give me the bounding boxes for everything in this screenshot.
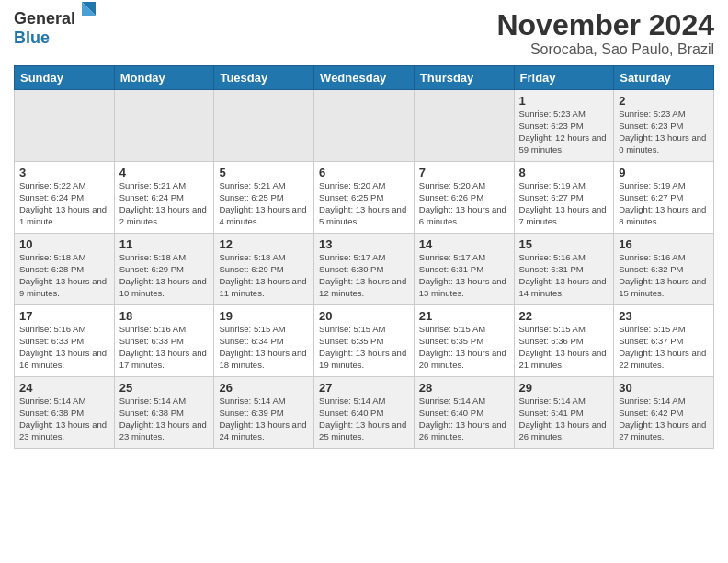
calendar-cell: 16Sunrise: 5:16 AMSunset: 6:32 PMDayligh… (614, 234, 714, 305)
calendar-cell (314, 90, 415, 162)
calendar-cell: 15Sunrise: 5:16 AMSunset: 6:31 PMDayligh… (514, 234, 614, 305)
month-title: November 2024 (496, 9, 714, 41)
calendar-cell: 22Sunrise: 5:15 AMSunset: 6:36 PMDayligh… (514, 305, 614, 377)
header-tuesday: Tuesday (214, 66, 314, 90)
calendar-cell: 29Sunrise: 5:14 AMSunset: 6:41 PMDayligh… (514, 377, 614, 449)
calendar-cell: 14Sunrise: 5:17 AMSunset: 6:31 PMDayligh… (414, 234, 514, 305)
header: General Blue November 2024 Sorocaba, Sao… (14, 9, 714, 58)
logo: General Blue (14, 9, 75, 48)
calendar-cell: 1Sunrise: 5:23 AMSunset: 6:23 PMDaylight… (514, 90, 614, 162)
calendar-cell: 30Sunrise: 5:14 AMSunset: 6:42 PMDayligh… (614, 377, 714, 449)
page: General Blue November 2024 Sorocaba, Sao… (0, 0, 728, 563)
calendar-cell: 25Sunrise: 5:14 AMSunset: 6:38 PMDayligh… (114, 377, 214, 449)
header-friday: Friday (514, 66, 614, 90)
calendar-cell: 27Sunrise: 5:14 AMSunset: 6:40 PMDayligh… (314, 377, 415, 449)
calendar-cell: 26Sunrise: 5:14 AMSunset: 6:39 PMDayligh… (214, 377, 314, 449)
header-saturday: Saturday (614, 66, 714, 90)
calendar-cell: 6Sunrise: 5:20 AMSunset: 6:25 PMDaylight… (314, 162, 415, 234)
calendar-cell: 7Sunrise: 5:20 AMSunset: 6:26 PMDaylight… (414, 162, 514, 234)
calendar-cell: 23Sunrise: 5:15 AMSunset: 6:37 PMDayligh… (614, 305, 714, 377)
calendar-cell: 2Sunrise: 5:23 AMSunset: 6:23 PMDaylight… (614, 90, 714, 162)
calendar-cell: 10Sunrise: 5:18 AMSunset: 6:28 PMDayligh… (15, 234, 115, 305)
calendar-cell: 4Sunrise: 5:21 AMSunset: 6:24 PMDaylight… (114, 162, 214, 234)
calendar-cell (414, 90, 514, 162)
calendar-cell: 28Sunrise: 5:14 AMSunset: 6:40 PMDayligh… (414, 377, 514, 449)
header-thursday: Thursday (414, 66, 514, 90)
days-header-row: Sunday Monday Tuesday Wednesday Thursday… (15, 66, 714, 90)
calendar-cell (214, 90, 314, 162)
calendar-cell (114, 90, 214, 162)
calendar: Sunday Monday Tuesday Wednesday Thursday… (14, 65, 714, 449)
header-wednesday: Wednesday (314, 66, 415, 90)
calendar-cell (15, 90, 115, 162)
calendar-cell: 21Sunrise: 5:15 AMSunset: 6:35 PMDayligh… (414, 305, 514, 377)
calendar-cell: 5Sunrise: 5:21 AMSunset: 6:25 PMDaylight… (214, 162, 314, 234)
calendar-cell: 20Sunrise: 5:15 AMSunset: 6:35 PMDayligh… (314, 305, 415, 377)
title-area: November 2024 Sorocaba, Sao Paulo, Brazi… (496, 9, 714, 58)
calendar-cell: 8Sunrise: 5:19 AMSunset: 6:27 PMDaylight… (514, 162, 614, 234)
header-monday: Monday (114, 66, 214, 90)
calendar-cell: 9Sunrise: 5:19 AMSunset: 6:27 PMDaylight… (614, 162, 714, 234)
calendar-cell: 19Sunrise: 5:15 AMSunset: 6:34 PMDayligh… (214, 305, 314, 377)
header-sunday: Sunday (15, 66, 115, 90)
calendar-cell: 3Sunrise: 5:22 AMSunset: 6:24 PMDaylight… (15, 162, 115, 234)
calendar-cell: 18Sunrise: 5:16 AMSunset: 6:33 PMDayligh… (114, 305, 214, 377)
calendar-cell: 17Sunrise: 5:16 AMSunset: 6:33 PMDayligh… (15, 305, 115, 377)
calendar-cell: 24Sunrise: 5:14 AMSunset: 6:38 PMDayligh… (15, 377, 115, 449)
location-title: Sorocaba, Sao Paulo, Brazil (496, 41, 714, 58)
calendar-cell: 12Sunrise: 5:18 AMSunset: 6:29 PMDayligh… (214, 234, 314, 305)
calendar-cell: 11Sunrise: 5:18 AMSunset: 6:29 PMDayligh… (114, 234, 214, 305)
calendar-cell: 13Sunrise: 5:17 AMSunset: 6:30 PMDayligh… (314, 234, 415, 305)
